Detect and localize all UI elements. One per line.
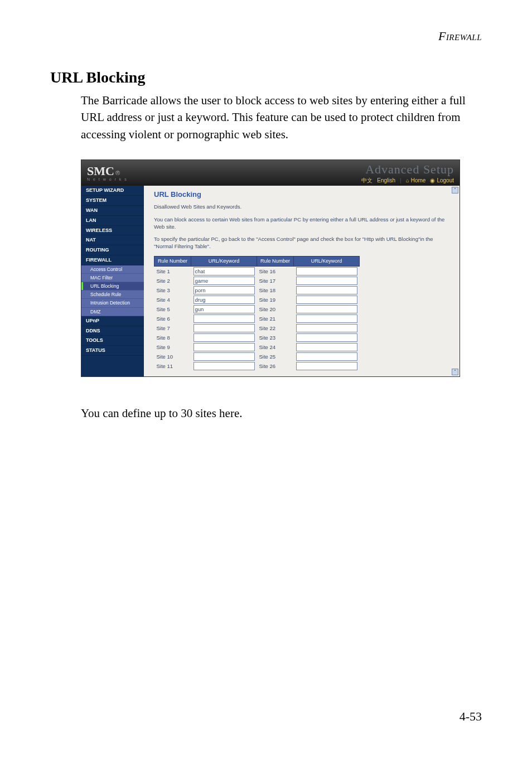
- sidebar-item-wireless[interactable]: WIRELESS: [81, 226, 144, 236]
- table-row: Site 10Site 25: [154, 352, 360, 361]
- rule-number-cell: Site 7: [154, 323, 191, 333]
- brand-reg-icon: ®: [115, 170, 120, 177]
- rule-number-cell: Site 6: [154, 314, 191, 323]
- url-keyword-input[interactable]: [296, 305, 357, 313]
- content-p3: To specify the particular PC, go back to…: [154, 236, 449, 250]
- sidebar: SETUP WIZARDSYSTEMWANLANWIRELESSNATROUTI…: [81, 186, 144, 376]
- url-keyword-input[interactable]: [296, 343, 357, 351]
- sidebar-item-lan[interactable]: LAN: [81, 216, 144, 226]
- url-keyword-input[interactable]: [296, 277, 357, 285]
- divider: |: [400, 177, 402, 184]
- scroll-up-icon[interactable]: ˄: [452, 187, 458, 194]
- router-screenshot: SMC ® N e t w o r k s Advanced Setup 中文 …: [81, 159, 460, 376]
- sidebar-item-access-control[interactable]: Access Control: [81, 265, 144, 274]
- table-row: Site 2Site 17: [154, 276, 360, 286]
- rule-number-cell: Site 26: [257, 361, 294, 371]
- content-p1: Disallowed Web Sites and Keywords.: [154, 204, 449, 211]
- content-pane: ˄ ˅ URL Blocking Disallowed Web Sites an…: [144, 186, 460, 376]
- running-head: Firewall: [50, 29, 482, 43]
- sidebar-item-wan[interactable]: WAN: [81, 206, 144, 216]
- rule-number-cell: Site 8: [154, 333, 191, 342]
- after-paragraph: You can define up to 30 sites here.: [81, 405, 482, 422]
- th-rule-right: Rule Number: [257, 256, 294, 266]
- rule-number-cell: Site 11: [154, 361, 191, 371]
- url-keyword-input[interactable]: [194, 362, 255, 370]
- url-keyword-input[interactable]: [194, 267, 255, 275]
- url-keyword-input[interactable]: [296, 324, 357, 332]
- sidebar-item-system[interactable]: SYSTEM: [81, 196, 144, 206]
- home-link[interactable]: ⌂Home: [406, 177, 426, 184]
- url-keyword-input[interactable]: [296, 333, 357, 342]
- table-row: Site 11Site 26: [154, 361, 360, 371]
- sidebar-item-firewall[interactable]: FIREWALL: [81, 255, 144, 265]
- rule-number-cell: Site 16: [257, 266, 294, 276]
- table-row: Site 5Site 20: [154, 304, 360, 314]
- table-row: Site 3Site 18: [154, 286, 360, 295]
- rule-number-cell: Site 24: [257, 342, 294, 352]
- rule-number-cell: Site 9: [154, 342, 191, 352]
- url-keyword-input[interactable]: [296, 296, 357, 304]
- sidebar-item-mac-filter[interactable]: MAC Filter: [81, 274, 144, 282]
- rule-number-cell: Site 17: [257, 276, 294, 286]
- scrollbar[interactable]: ˄ ˅: [452, 187, 458, 375]
- sidebar-item-schedule-rule[interactable]: Schedule Rule: [81, 291, 144, 299]
- rule-number-cell: Site 19: [257, 295, 294, 304]
- home-icon: ⌂: [406, 177, 409, 184]
- table-row: Site 4Site 19: [154, 295, 360, 304]
- url-keyword-input[interactable]: [296, 286, 357, 294]
- th-rule-left: Rule Number: [154, 256, 191, 266]
- url-keyword-input[interactable]: [296, 362, 357, 370]
- rule-number-cell: Site 22: [257, 323, 294, 333]
- rule-number-cell: Site 20: [257, 304, 294, 314]
- brand-main: SMC: [87, 164, 114, 178]
- lang-en-link[interactable]: English: [377, 177, 395, 184]
- url-keyword-input[interactable]: [194, 352, 255, 361]
- sidebar-item-status[interactable]: STATUS: [81, 346, 144, 356]
- logout-link[interactable]: ◉Logout: [430, 177, 454, 184]
- sidebar-item-routing[interactable]: ROUTING: [81, 245, 144, 255]
- url-keyword-input[interactable]: [194, 305, 255, 313]
- url-keyword-input[interactable]: [296, 315, 357, 323]
- url-keyword-input[interactable]: [296, 267, 357, 275]
- url-keyword-input[interactable]: [194, 343, 255, 351]
- rule-number-cell: Site 2: [154, 276, 191, 286]
- scroll-down-icon[interactable]: ˅: [452, 369, 458, 375]
- url-keyword-input[interactable]: [194, 324, 255, 332]
- rule-number-cell: Site 10: [154, 352, 191, 361]
- rule-number-cell: Site 1: [154, 266, 191, 276]
- intro-paragraph: The Barricade allows the user to block a…: [81, 92, 482, 143]
- sidebar-item-upnp[interactable]: UPnP: [81, 316, 144, 326]
- logout-icon: ◉: [430, 177, 435, 184]
- sidebar-item-nat[interactable]: NAT: [81, 235, 144, 245]
- url-table: Rule Number URL/Keyword Rule Number URL/…: [154, 256, 360, 371]
- sidebar-item-url-blocking[interactable]: URL Blocking: [81, 282, 144, 291]
- url-keyword-input[interactable]: [194, 296, 255, 304]
- content-p2: You can block access to certain Web site…: [154, 216, 449, 231]
- url-keyword-input[interactable]: [194, 286, 255, 294]
- url-keyword-input[interactable]: [194, 277, 255, 285]
- content-title: URL Blocking: [154, 190, 449, 199]
- rule-number-cell: Site 21: [257, 314, 294, 323]
- rule-number-cell: Site 5: [154, 304, 191, 314]
- url-keyword-input[interactable]: [194, 333, 255, 342]
- brand: SMC ®: [87, 164, 128, 178]
- sidebar-item-setup-wizard[interactable]: SETUP WIZARD: [81, 186, 144, 196]
- lang-cn-link[interactable]: 中文: [361, 177, 373, 184]
- sidebar-item-dmz[interactable]: DMZ: [81, 308, 144, 316]
- table-row: Site 9Site 24: [154, 342, 360, 352]
- url-keyword-input[interactable]: [194, 315, 255, 323]
- table-row: Site 6Site 21: [154, 314, 360, 323]
- sidebar-item-intrusion-detection[interactable]: Intrusion Detection: [81, 299, 144, 307]
- table-row: Site 7Site 22: [154, 323, 360, 333]
- sidebar-item-tools[interactable]: TOOLS: [81, 336, 144, 346]
- url-keyword-input[interactable]: [296, 352, 357, 361]
- section-title: URL Blocking: [50, 69, 482, 86]
- rule-number-cell: Site 25: [257, 352, 294, 361]
- rule-number-cell: Site 4: [154, 295, 191, 304]
- th-url-left: URL/Keyword: [191, 256, 257, 266]
- sidebar-item-ddns[interactable]: DDNS: [81, 326, 144, 336]
- advanced-setup-title: Advanced Setup: [365, 162, 454, 177]
- th-url-right: URL/Keyword: [294, 256, 360, 266]
- table-row: Site 1Site 16: [154, 266, 360, 276]
- top-links: 中文 English | ⌂Home ◉Logout: [361, 177, 454, 184]
